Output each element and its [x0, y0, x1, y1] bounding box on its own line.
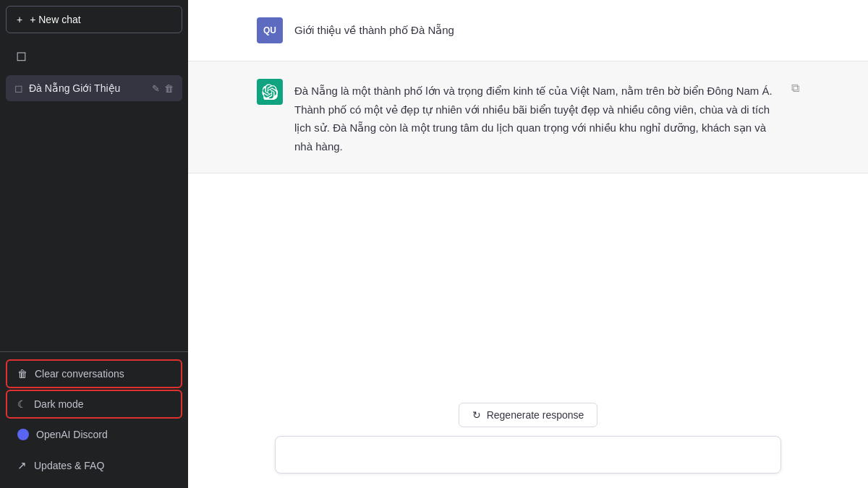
- openai-discord-label: OpenAI Discord: [36, 429, 108, 440]
- chat-icon-button[interactable]: ◻: [6, 40, 182, 71]
- new-chat-button[interactable]: + + New chat: [6, 6, 182, 33]
- chat-list: ◻ Đà Nẵng Giới Thiệu ✎ 🗑: [0, 72, 188, 351]
- sidebar: + + New chat ◻ ◻ Đà Nẵng Giới Thiệu ✎ 🗑 …: [0, 0, 188, 488]
- regenerate-label: Regenerate response: [487, 409, 584, 421]
- new-chat-label: + New chat: [30, 14, 80, 25]
- dark-mode-label: Dark mode: [34, 398, 83, 410]
- chat-icon: ◻: [16, 48, 27, 64]
- user-message-text: Giới thiệu về thành phố Đà Nẵng: [294, 17, 454, 39]
- chat-area: QU Giới thiệu về thành phố Đà Nẵng Đà Nẵ…: [188, 0, 868, 391]
- clear-conversations-button[interactable]: 🗑 Clear conversations: [6, 359, 182, 388]
- ai-message-text: Đà Nẵng là một thành phố lớn và trọng đi…: [294, 79, 786, 155]
- regenerate-button[interactable]: ↻ Regenerate response: [459, 403, 598, 427]
- plus-icon: +: [17, 14, 22, 25]
- moon-icon: ☾: [17, 398, 27, 410]
- pencil-icon[interactable]: ✎: [152, 83, 160, 94]
- copy-icon[interactable]: ⧉: [791, 82, 799, 95]
- user-avatar: QU: [257, 17, 283, 43]
- user-message-row: QU Giới thiệu về thành phố Đà Nẵng: [188, 0, 868, 61]
- chat-item-icon: ◻: [14, 82, 23, 94]
- openai-discord-button[interactable]: OpenAI Discord: [6, 420, 182, 449]
- chat-list-item[interactable]: ◻ Đà Nẵng Giới Thiệu ✎ 🗑: [6, 75, 182, 101]
- bottom-area: ↻ Regenerate response: [188, 391, 868, 488]
- chatgpt-avatar: [257, 79, 283, 105]
- main-content: QU Giới thiệu về thành phố Đà Nẵng Đà Nẵ…: [188, 0, 868, 488]
- delete-icon[interactable]: 🗑: [164, 83, 174, 94]
- chat-item-label: Đà Nẵng Giới Thiệu: [29, 82, 146, 94]
- dark-mode-button[interactable]: ☾ Dark mode: [6, 390, 182, 419]
- user-message-content: QU Giới thiệu về thành phố Đà Nẵng: [257, 17, 799, 43]
- external-link-icon: ↗: [17, 459, 27, 472]
- chat-input[interactable]: [275, 436, 781, 474]
- chat-item-actions: ✎ 🗑: [152, 83, 174, 94]
- clear-conversations-label: Clear conversations: [35, 368, 124, 380]
- updates-faq-label: Updates & FAQ: [34, 460, 104, 471]
- trash-icon: 🗑: [17, 368, 27, 380]
- updates-faq-button[interactable]: ↗ Updates & FAQ: [6, 450, 182, 481]
- sidebar-bottom: 🗑 Clear conversations ☾ Dark mode OpenAI…: [0, 351, 188, 488]
- regen-icon: ↻: [472, 409, 481, 421]
- ai-message-content: Đà Nẵng là một thành phố lớn và trọng đi…: [257, 79, 799, 155]
- discord-icon: [17, 429, 29, 440]
- ai-message-row: Đà Nẵng là một thành phố lớn và trọng đi…: [188, 61, 868, 174]
